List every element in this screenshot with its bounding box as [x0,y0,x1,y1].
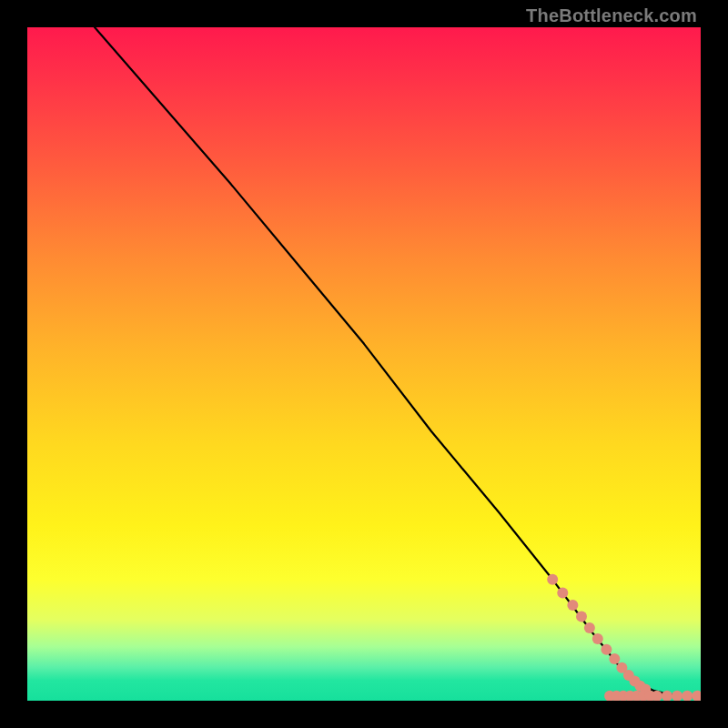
scatter-dot [567,600,578,611]
scatter-dot [584,622,595,633]
curve-line [95,27,701,697]
scatter-dot [672,691,682,701]
scatter-dot [576,612,587,622]
chart-frame: TheBottleneck.com [0,0,728,728]
scatter-dot [601,644,612,655]
scatter-dot [682,691,693,701]
scatter-dot [547,574,558,585]
plot-area [27,27,701,701]
scatter-dot [557,588,568,599]
chart-overlay [27,27,701,701]
scatter-dot [592,633,603,644]
attribution-label: TheBottleneck.com [526,5,697,26]
scatter-dot [609,653,620,664]
scatter-dots [547,574,701,701]
scatter-dot [692,691,701,701]
